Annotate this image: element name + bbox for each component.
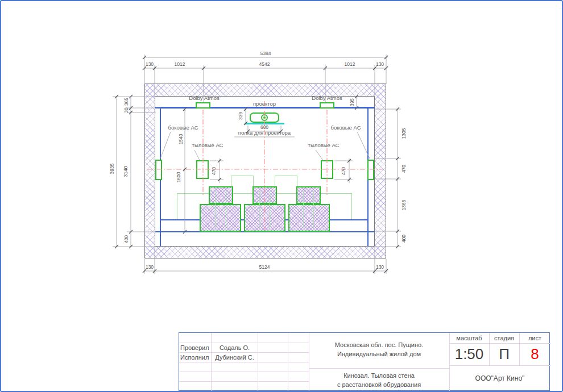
dim-left-30: 30 bbox=[124, 107, 129, 112]
dim-right-1305: 1305 bbox=[401, 128, 407, 139]
centerlines bbox=[147, 101, 383, 230]
dim-right-1365: 1365 bbox=[401, 200, 407, 211]
stage-value: П bbox=[489, 343, 519, 365]
dim-top-1012-left: 1012 bbox=[175, 62, 185, 67]
title-block-gridline bbox=[309, 368, 449, 369]
dim-left-overall: 3935 bbox=[110, 164, 115, 174]
dim-shelf-600: 600 bbox=[260, 125, 268, 130]
sheet-title-line1: Кинозал. Тыловая стена bbox=[309, 370, 449, 380]
dimension-lines bbox=[113, 55, 401, 274]
dim-projector-339: 339 bbox=[238, 112, 243, 120]
drawn-by-name: Дубинский С. bbox=[212, 352, 258, 362]
scale-value: 1:50 bbox=[449, 343, 489, 365]
dim-top-1012-right: 1012 bbox=[345, 62, 355, 67]
sheet-header: лист bbox=[519, 333, 550, 343]
checked-by-name: Содаль О. bbox=[212, 343, 258, 352]
dim-top-130-right: 130 bbox=[376, 62, 384, 67]
title-block-gridline bbox=[179, 372, 309, 372]
dim-1540: 1540 bbox=[179, 134, 184, 145]
dim-left-3140: 3140 bbox=[123, 166, 129, 177]
dim-rear-470-right: 470 bbox=[341, 167, 346, 175]
dim-right-400: 400 bbox=[401, 235, 407, 243]
dolby-atmos-label-left: Dolby Atmos bbox=[189, 95, 219, 101]
sheet-number: 8 bbox=[519, 343, 550, 365]
side-speakers-label-left: боковые АС bbox=[168, 125, 198, 131]
dim-top-overall: 5384 bbox=[260, 51, 271, 56]
projector-label: проектор bbox=[253, 101, 276, 107]
dim-right-395: 395 bbox=[350, 98, 355, 106]
rear-speakers-label-left: тыловые АС bbox=[192, 143, 223, 148]
side-speakers-label-right: боковые АС bbox=[330, 125, 361, 131]
scale-header: масштаб bbox=[449, 333, 489, 343]
dim-bottom-130-left: 130 bbox=[146, 265, 154, 270]
dim-left-400: 400 bbox=[124, 235, 129, 243]
title-block-gridline bbox=[179, 362, 309, 362]
sheet-page: Dolby Atmos Dolby Atmos проектор полка д… bbox=[0, 0, 563, 392]
dim-rear-470-left: 470 bbox=[212, 167, 217, 175]
title-block-gridline bbox=[179, 381, 309, 382]
company-name: ООО"Арт Кино" bbox=[449, 365, 550, 391]
dolby-atmos-label-right: Dolby Atmos bbox=[312, 95, 342, 101]
rear-speakers-label-right: тыловые АС bbox=[308, 143, 340, 148]
dim-bottom-130-right: 130 bbox=[376, 265, 384, 270]
dim-right-470: 470 bbox=[401, 165, 407, 173]
checked-by-role: Проверил bbox=[180, 343, 211, 352]
dim-top-130-left: 130 bbox=[146, 62, 154, 67]
sheet-title-line2: с расстановкой обрудования bbox=[309, 380, 449, 389]
projector-shelf-label: полка для проектора bbox=[238, 130, 291, 136]
dim-left-365: 365 bbox=[124, 98, 129, 106]
project-name-line2: Индивидуальный жилой дом bbox=[309, 349, 449, 358]
title-block: Проверил Содаль О. Исполнил Дубинский С.… bbox=[179, 332, 550, 391]
dim-1600: 1600 bbox=[176, 172, 181, 183]
dimension-ticks bbox=[115, 56, 399, 273]
dim-top-4542: 4542 bbox=[259, 62, 270, 67]
dim-bottom-5124: 5124 bbox=[259, 265, 270, 270]
drawn-by-role: Исполнил bbox=[180, 352, 211, 362]
stage-header: стадия bbox=[489, 333, 519, 343]
project-name-line1: Московская обл. пос. Пущино. bbox=[309, 340, 449, 349]
